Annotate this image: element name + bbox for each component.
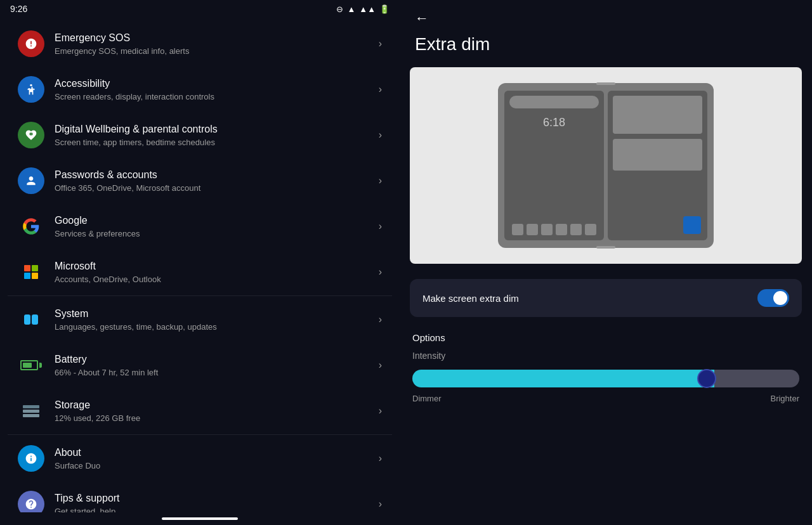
microsoft-icon bbox=[18, 259, 44, 285]
accessibility-title: Accessibility bbox=[55, 77, 379, 91]
sidebar-item-about[interactable]: About Surface Duo › bbox=[8, 436, 392, 481]
extra-dim-toggle[interactable] bbox=[757, 289, 789, 307]
digital-wellbeing-subtitle: Screen time, app timers, bedtime schedul… bbox=[55, 138, 379, 147]
extra-dim-toggle-row: Make screen extra dim bbox=[410, 279, 802, 317]
svg-point-0 bbox=[30, 84, 32, 86]
microsoft-chevron: › bbox=[379, 266, 382, 278]
about-subtitle: Surface Duo bbox=[55, 461, 379, 470]
passwords-text: Passwords & accounts Office 365, OneDriv… bbox=[55, 169, 379, 193]
storage-icon bbox=[18, 398, 44, 424]
section-divider-1 bbox=[8, 295, 392, 296]
sidebar-item-system[interactable]: System Languages, gestures, time, backup… bbox=[8, 297, 392, 342]
storage-chevron: › bbox=[379, 405, 382, 417]
digital-wellbeing-text: Digital Wellbeing & parental controls Sc… bbox=[55, 123, 379, 147]
system-text: System Languages, gestures, time, backup… bbox=[55, 308, 379, 332]
tips-icon bbox=[18, 491, 44, 512]
device-preview: 6:18 bbox=[410, 67, 802, 264]
sidebar-item-microsoft[interactable]: Microsoft Accounts, OneDrive, Outlook › bbox=[8, 250, 392, 294]
screen-widget-1 bbox=[613, 96, 702, 134]
storage-text: Storage 12% used, 226 GB free bbox=[55, 399, 379, 423]
about-chevron: › bbox=[379, 453, 382, 464]
intensity-slider-container[interactable] bbox=[412, 367, 799, 390]
wifi-icon: ▲ bbox=[347, 4, 355, 14]
system-title: System bbox=[55, 308, 379, 321]
microsoft-subtitle: Accounts, OneDrive, Outlook bbox=[55, 275, 379, 284]
page-title: Extra dim bbox=[415, 34, 797, 55]
screen-fab bbox=[683, 216, 701, 234]
storage-title: Storage bbox=[55, 399, 379, 412]
google-icon bbox=[18, 213, 44, 240]
battery-subtitle: 66% - About 7 hr, 52 min left bbox=[55, 368, 379, 377]
google-title: Google bbox=[55, 214, 379, 228]
dock-icon-3 bbox=[541, 224, 553, 235]
about-icon bbox=[18, 445, 44, 472]
microsoft-text: Microsoft Accounts, OneDrive, Outlook bbox=[55, 260, 379, 284]
do-not-disturb-icon: ⊖ bbox=[336, 4, 343, 14]
battery-title: Battery bbox=[55, 353, 379, 366]
passwords-chevron: › bbox=[379, 175, 382, 186]
screen-widget-2 bbox=[613, 139, 702, 171]
battery-text: Battery 66% - About 7 hr, 52 min left bbox=[55, 353, 379, 377]
google-subtitle: Services & preferences bbox=[55, 229, 379, 238]
system-icon bbox=[18, 306, 44, 333]
bottom-nav-indicator bbox=[162, 517, 238, 520]
system-chevron: › bbox=[379, 314, 382, 325]
digital-wellbeing-chevron: › bbox=[379, 129, 382, 141]
passwords-title: Passwords & accounts bbox=[55, 169, 379, 182]
sidebar-item-storage[interactable]: Storage 12% used, 226 GB free › bbox=[8, 389, 392, 433]
options-section: Options bbox=[400, 325, 812, 346]
settings-panel: 9:26 ⊖ ▲ ▲▲ 🔋 Emergency SOS Emergency SO… bbox=[0, 0, 400, 525]
options-title: Options bbox=[412, 332, 799, 343]
tips-subtitle: Get started, help bbox=[55, 507, 379, 512]
settings-list: Emergency SOS Emergency SOS, medical inf… bbox=[0, 18, 400, 512]
tips-title: Tips & support bbox=[55, 492, 379, 505]
accessibility-icon bbox=[18, 76, 44, 103]
sidebar-item-passwords[interactable]: Passwords & accounts Office 365, OneDriv… bbox=[8, 159, 392, 203]
section-divider-2 bbox=[8, 434, 392, 435]
emergency-sos-icon bbox=[18, 30, 44, 57]
toggle-label: Make screen extra dim bbox=[422, 293, 519, 304]
right-header: ← Extra dim bbox=[400, 0, 812, 60]
emergency-sos-title: Emergency SOS bbox=[55, 32, 379, 45]
microsoft-title: Microsoft bbox=[55, 260, 379, 273]
device-top-button bbox=[596, 82, 615, 85]
dock-icon-2 bbox=[527, 224, 538, 235]
device-screen-right bbox=[608, 91, 707, 240]
sidebar-item-digital-wellbeing[interactable]: Digital Wellbeing & parental controls Sc… bbox=[8, 113, 392, 157]
battery-chevron: › bbox=[379, 360, 382, 371]
sidebar-item-tips[interactable]: Tips & support Get started, help › bbox=[8, 482, 392, 512]
slider-thumb[interactable] bbox=[697, 369, 716, 388]
slider-track bbox=[412, 370, 799, 387]
dock-icon-1 bbox=[512, 224, 523, 235]
screen-search-bar bbox=[509, 96, 599, 108]
accessibility-chevron: › bbox=[379, 84, 382, 95]
tips-text: Tips & support Get started, help bbox=[55, 492, 379, 512]
storage-subtitle: 12% used, 226 GB free bbox=[55, 413, 379, 423]
device-screen-left: 6:18 bbox=[504, 91, 604, 240]
back-button[interactable]: ← bbox=[415, 10, 438, 27]
device-bottom-button bbox=[596, 246, 615, 249]
extra-dim-panel: ← Extra dim 6:18 bbox=[400, 0, 812, 525]
screen-dock bbox=[509, 224, 599, 235]
accessibility-text: Accessibility Screen readers, display, i… bbox=[55, 77, 379, 101]
dock-icon-6 bbox=[585, 224, 596, 235]
screen-clock: 6:18 bbox=[509, 116, 599, 129]
accessibility-subtitle: Screen readers, display, interaction con… bbox=[55, 92, 379, 101]
intensity-label: Intensity bbox=[412, 351, 799, 361]
sidebar-item-accessibility[interactable]: Accessibility Screen readers, display, i… bbox=[8, 67, 392, 112]
emergency-sos-chevron: › bbox=[379, 38, 382, 49]
sidebar-item-google[interactable]: Google Services & preferences › bbox=[8, 204, 392, 249]
sidebar-item-emergency-sos[interactable]: Emergency SOS Emergency SOS, medical inf… bbox=[8, 22, 392, 66]
status-time: 9:26 bbox=[10, 4, 27, 14]
battery-icon bbox=[18, 352, 44, 379]
tips-chevron: › bbox=[379, 498, 382, 510]
dock-icon-5 bbox=[570, 224, 582, 235]
about-text: About Surface Duo bbox=[55, 446, 379, 470]
sidebar-item-battery[interactable]: Battery 66% - About 7 hr, 52 min left › bbox=[8, 343, 392, 387]
intensity-slider-section: Intensity Dimmer Brighter bbox=[400, 346, 812, 413]
toggle-knob bbox=[773, 291, 787, 305]
signal-icon: ▲▲ bbox=[359, 4, 376, 14]
device-frame: 6:18 bbox=[498, 83, 714, 248]
brighter-label: Brighter bbox=[770, 394, 799, 403]
system-subtitle: Languages, gestures, time, backup, updat… bbox=[55, 322, 379, 332]
